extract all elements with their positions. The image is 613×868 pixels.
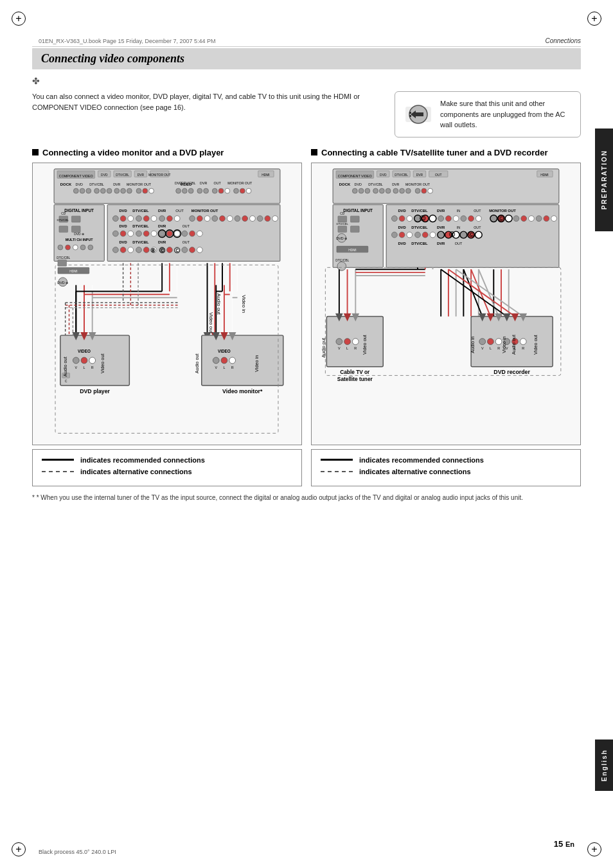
svg-point-228 <box>365 188 370 193</box>
svg-point-60 <box>58 245 63 250</box>
left-heading-text: Connecting a video monitor and a DVD pla… <box>42 148 224 157</box>
svg-text:HDMI: HDMI <box>540 173 548 176</box>
svg-point-36 <box>176 188 181 193</box>
svg-point-96 <box>250 215 256 221</box>
svg-text:DTC/CBL: DTC/CBL <box>335 258 349 261</box>
svg-point-97 <box>257 215 263 221</box>
svg-rect-244 <box>350 226 359 232</box>
svg-text:MONITOR OUT: MONITOR OUT <box>148 173 171 176</box>
svg-text:DTV/CBL: DTV/CBL <box>132 209 149 213</box>
svg-point-341 <box>520 338 526 344</box>
svg-point-309 <box>344 338 351 344</box>
svg-text:L: L <box>223 365 225 369</box>
svg-point-290 <box>430 232 436 238</box>
svg-point-50 <box>240 188 245 193</box>
svg-point-273 <box>505 215 512 222</box>
svg-text:DTV/CBL: DTV/CBL <box>411 225 428 229</box>
svg-point-109 <box>151 231 157 236</box>
svg-point-236 <box>422 188 427 193</box>
note-row: ✤ <box>32 76 581 86</box>
file-info: 01EN_RX-V363_U.book Page 15 Friday, Dece… <box>39 38 216 44</box>
svg-point-51 <box>246 188 251 193</box>
svg-point-267 <box>453 215 459 221</box>
footnote-text: * When you use the internal tuner of the… <box>37 494 523 501</box>
svg-rect-57 <box>59 226 68 232</box>
svg-point-24 <box>80 188 85 193</box>
svg-text:DIGITAL INPUT: DIGITAL INPUT <box>343 208 373 213</box>
svg-point-286 <box>399 232 405 238</box>
svg-text:Video out: Video out <box>533 335 538 355</box>
svg-text:OUT: OUT <box>182 224 190 227</box>
svg-text:Video out: Video out <box>208 312 214 333</box>
svg-text:DVR: DVR <box>158 240 166 244</box>
svg-text:V: V <box>215 365 217 369</box>
svg-point-25 <box>86 188 91 193</box>
svg-text:Audio in: Audio in <box>470 336 475 353</box>
svg-text:L: L <box>84 365 85 369</box>
svg-point-31 <box>127 188 132 193</box>
svg-point-82 <box>136 215 142 221</box>
recommended-label-right: indicates recommended connections <box>359 456 484 464</box>
svg-point-29 <box>114 188 120 193</box>
main-content: Connecting video components ✤ You can al… <box>32 48 581 836</box>
svg-text:VIDEO: VIDEO <box>78 349 91 353</box>
svg-text:CD: CD <box>61 212 66 215</box>
svg-point-278 <box>544 215 549 221</box>
svg-point-291 <box>438 231 445 238</box>
svg-text:DVR: DVR <box>158 224 166 227</box>
legend-alternative-left: indicates alternative connections <box>42 468 292 475</box>
left-diagram-col: Connecting a video monitor and a DVD pla… <box>32 148 302 486</box>
svg-text:DTV/CBL: DTV/CBL <box>132 224 149 227</box>
svg-point-87 <box>174 215 180 221</box>
svg-point-279 <box>551 215 557 221</box>
svg-text:L: L <box>490 346 492 350</box>
svg-text:DTV/CBL: DTV/CBL <box>395 173 408 176</box>
svg-point-42 <box>197 188 202 193</box>
title-box: Connecting video components <box>32 48 581 69</box>
svg-point-30 <box>121 188 126 193</box>
svg-text:OUT: OUT <box>474 225 481 229</box>
svg-text:Audio out: Audio out <box>511 335 517 355</box>
corner-mark-tl <box>12 12 31 31</box>
svg-text:OUT: OUT <box>455 242 463 245</box>
svg-text:R: R <box>231 365 234 369</box>
svg-point-46 <box>218 188 224 193</box>
svg-point-237 <box>428 188 433 193</box>
svg-point-63 <box>80 245 85 250</box>
right-diagram-box: COMPONENT VIDEO DVD DTV/CBL DVR OUT HDMI… <box>311 163 581 445</box>
svg-text:OUT: OUT <box>214 181 222 185</box>
legend-recommended-left: indicates recommended connections <box>42 456 292 464</box>
svg-text:MULTI CH INPUT: MULTI CH INPUT <box>66 238 93 242</box>
svg-point-134 <box>197 247 202 252</box>
svg-text:MONITOR OUT: MONITOR OUT <box>227 181 253 185</box>
svg-text:Audio out: Audio out <box>216 293 222 315</box>
svg-text:DVD: DVD <box>101 173 108 176</box>
svg-point-111 <box>167 231 173 236</box>
svg-text:OUT: OUT <box>474 209 481 213</box>
svg-text:DTV/CBL: DTV/CBL <box>57 218 69 222</box>
corner-mark-tr <box>582 12 601 31</box>
svg-point-114 <box>190 231 195 236</box>
svg-text:R: R <box>91 365 94 369</box>
svg-point-164 <box>221 357 227 364</box>
svg-point-81 <box>128 215 134 221</box>
svg-point-265 <box>438 215 444 221</box>
svg-text:DVR: DVR <box>138 173 145 176</box>
svg-rect-3 <box>409 112 411 114</box>
svg-point-130 <box>167 247 173 252</box>
svg-text:V: V <box>75 365 78 369</box>
svg-point-86 <box>167 215 173 221</box>
english-tab: English <box>595 740 613 791</box>
unplug-icon <box>404 102 432 127</box>
svg-rect-4 <box>409 115 411 117</box>
svg-point-80 <box>120 215 126 221</box>
right-heading-text: Connecting a cable TV/satellite tuner an… <box>321 148 548 157</box>
svg-text:Video out: Video out <box>362 335 368 355</box>
svg-point-132 <box>182 247 188 252</box>
svg-text:Audio out: Audio out <box>62 357 68 376</box>
svg-point-27 <box>100 188 105 193</box>
alternative-label-left: indicates alternative connections <box>80 468 192 475</box>
svg-rect-243 <box>338 226 347 232</box>
svg-point-88 <box>190 215 195 221</box>
page-suffix: En <box>565 840 574 848</box>
